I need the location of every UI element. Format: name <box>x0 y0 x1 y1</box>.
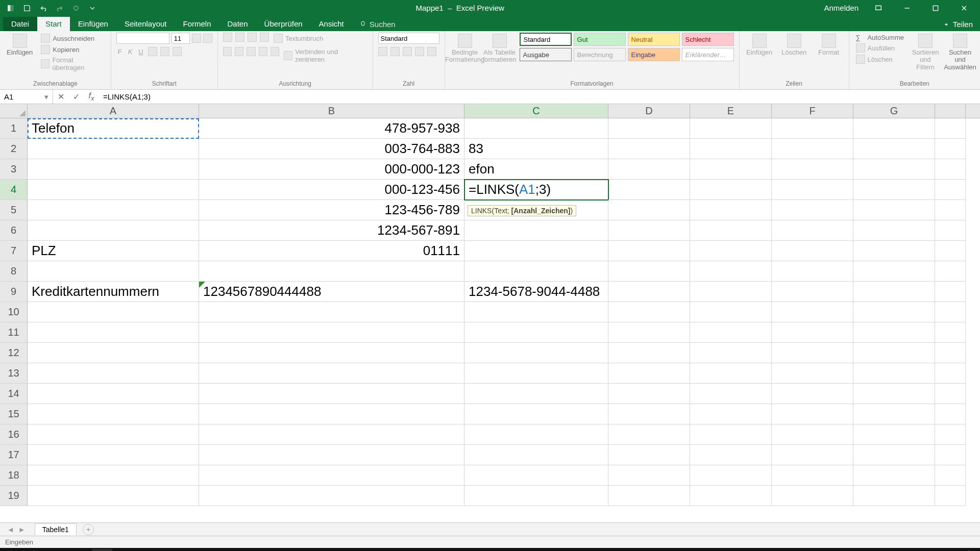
cell-D5[interactable] <box>608 200 690 220</box>
cell-Rest4[interactable] <box>935 180 966 200</box>
wrap-text-button[interactable]: Textumbruch <box>272 33 325 44</box>
decrease-font-icon[interactable] <box>203 34 212 43</box>
sheet-nav-prev[interactable]: ◄ <box>5 525 16 534</box>
cell-B15[interactable] <box>199 404 464 424</box>
cell-Rest18[interactable] <box>935 465 966 486</box>
row-head[interactable]: 4 <box>0 180 28 200</box>
thousands-icon[interactable] <box>403 47 412 56</box>
function-tooltip[interactable]: LINKS(Text; [Anzahl_Zeichen]) <box>468 205 576 216</box>
fill-color-icon[interactable] <box>160 47 169 56</box>
cell-G1[interactable] <box>853 118 935 139</box>
cell-A3[interactable] <box>28 159 199 180</box>
format-cells-button[interactable]: Format <box>814 33 844 57</box>
cell-B2[interactable]: 003-764-883 <box>199 139 464 159</box>
cell-Rest16[interactable] <box>935 424 966 445</box>
enter-formula-button[interactable]: ✓ <box>68 92 84 102</box>
col-head-extra[interactable] <box>935 104 966 118</box>
undo-icon[interactable] <box>38 3 49 14</box>
qat-customize-icon[interactable] <box>87 3 98 14</box>
cell-D4[interactable] <box>608 180 690 200</box>
cell-E4[interactable] <box>690 180 772 200</box>
cell-F19[interactable] <box>772 486 853 506</box>
cell-B10[interactable] <box>199 302 464 322</box>
cell-F7[interactable] <box>772 241 853 261</box>
cell-E11[interactable] <box>690 322 772 343</box>
cell-Rest11[interactable] <box>935 322 966 343</box>
col-head-E[interactable]: E <box>690 104 772 118</box>
cell-A9[interactable]: Kreditkartennummern <box>28 282 199 302</box>
cell-G7[interactable] <box>853 241 935 261</box>
tab-ansicht[interactable]: Ansicht <box>311 17 352 31</box>
cell-C18[interactable] <box>464 465 608 486</box>
cell-style-neutral[interactable]: Neutral <box>628 33 680 46</box>
copy-button[interactable]: Kopieren <box>39 44 105 55</box>
align-right-icon[interactable] <box>247 47 255 56</box>
cell-style-berechnung[interactable]: Berechnung <box>574 48 626 61</box>
cell-C10[interactable] <box>464 302 608 322</box>
cell-G6[interactable] <box>853 220 935 241</box>
cell-Rest12[interactable] <box>935 343 966 363</box>
cell-B16[interactable] <box>199 424 464 445</box>
col-head-C[interactable]: C <box>464 104 608 118</box>
row-head[interactable]: 11 <box>0 322 28 343</box>
col-head-F[interactable]: F <box>772 104 853 118</box>
cell-C8[interactable] <box>464 261 608 282</box>
row-head[interactable]: 12 <box>0 343 28 363</box>
cell-A15[interactable] <box>28 404 199 424</box>
row-head[interactable]: 16 <box>0 424 28 445</box>
cell-G10[interactable] <box>853 302 935 322</box>
cell-D2[interactable] <box>608 139 690 159</box>
cell-E9[interactable] <box>690 282 772 302</box>
cell-D12[interactable] <box>608 343 690 363</box>
delete-cells-button[interactable]: Löschen <box>779 33 809 57</box>
cell-A6[interactable] <box>28 220 199 241</box>
cell-D8[interactable] <box>608 261 690 282</box>
align-top-icon[interactable] <box>223 33 232 42</box>
cell-A12[interactable] <box>28 343 199 363</box>
task-view-icon[interactable]: ▭ <box>47 549 67 551</box>
cell-G12[interactable] <box>853 343 935 363</box>
minimize-button[interactable] <box>898 3 916 14</box>
merge-center-button[interactable]: Verbinden und zentrieren <box>282 47 368 64</box>
cell-D11[interactable] <box>608 322 690 343</box>
cell-Rest15[interactable] <box>935 404 966 424</box>
percent-icon[interactable] <box>390 47 400 56</box>
format-as-table-button[interactable]: Als Tabelle formatieren <box>485 33 514 65</box>
row-head[interactable]: 7 <box>0 241 28 261</box>
cell-G11[interactable] <box>853 322 935 343</box>
cell-D7[interactable] <box>608 241 690 261</box>
cell-E8[interactable] <box>690 261 772 282</box>
cell-F15[interactable] <box>772 404 853 424</box>
cell-A18[interactable] <box>28 465 199 486</box>
cell-C4[interactable]: =LINKS(A1;3) <box>464 180 608 200</box>
cell-B19[interactable] <box>199 486 464 506</box>
row-head[interactable]: 15 <box>0 404 28 424</box>
cell-E18[interactable] <box>690 465 772 486</box>
cell-E7[interactable] <box>690 241 772 261</box>
cell-G3[interactable] <box>853 159 935 180</box>
row-head[interactable]: 10 <box>0 302 28 322</box>
cell-F13[interactable] <box>772 363 853 384</box>
cell-style-schlecht[interactable]: Schlecht <box>682 33 734 46</box>
cell-C11[interactable] <box>464 322 608 343</box>
cell-A4[interactable] <box>28 180 199 200</box>
cell-G14[interactable] <box>853 384 935 404</box>
decrease-indent-icon[interactable] <box>259 47 267 56</box>
cell-Rest8[interactable] <box>935 261 966 282</box>
row-head[interactable]: 14 <box>0 384 28 404</box>
cell-F3[interactable] <box>772 159 853 180</box>
cell-G9[interactable] <box>853 282 935 302</box>
cell-G4[interactable] <box>853 180 935 200</box>
cell-D15[interactable] <box>608 404 690 424</box>
clear-button[interactable]: Löschen <box>854 54 905 65</box>
tray-volume-icon[interactable]: 🔊 <box>958 549 978 551</box>
cell-D9[interactable] <box>608 282 690 302</box>
cell-B12[interactable] <box>199 343 464 363</box>
cell-B4[interactable]: 000-123-456 <box>199 180 464 200</box>
sort-filter-button[interactable]: Sortieren und Filtern <box>911 33 940 72</box>
increase-decimal-icon[interactable] <box>415 47 424 56</box>
cell-A13[interactable] <box>28 363 199 384</box>
account-sign-in[interactable]: Anmelden <box>824 4 859 12</box>
cell-G18[interactable] <box>853 465 935 486</box>
cell-Rest2[interactable] <box>935 139 966 159</box>
